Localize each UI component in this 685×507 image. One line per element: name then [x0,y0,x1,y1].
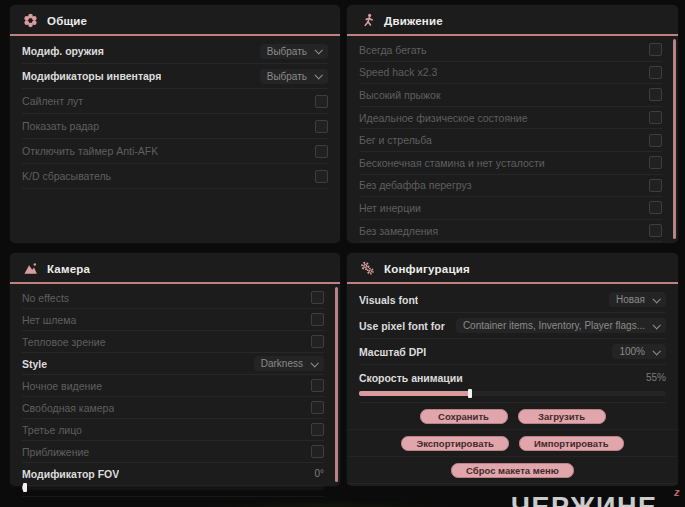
dropdown[interactable]: Выбрать [260,44,328,59]
scrollbar[interactable] [335,287,338,482]
row-line: Нет шлема [22,309,324,330]
settings-row: Ночное видение [22,375,324,397]
checkbox[interactable] [311,313,324,326]
checkbox[interactable] [311,335,324,348]
mountain-icon [23,261,38,276]
action-button[interactable]: Загрузить [518,409,606,424]
settings-row: Нет инерции [359,197,662,220]
row-line: Третье лицо [22,419,324,440]
row-label: Отключить таймер Anti-AFK [22,145,158,157]
row-line: Модификаторы инвентаряВыбрать [22,64,328,88]
checkbox[interactable] [315,95,328,108]
settings-row: Масштаб DPI100% [359,339,666,365]
dropdown[interactable]: Darkness [254,356,324,371]
action-button[interactable]: Сброс макета меню [451,463,574,478]
action-button[interactable]: Экспортировать [401,436,508,451]
dropdown[interactable]: Выбрать [260,69,328,84]
settings-row: Бесконечная стамина и нет усталости [359,152,662,175]
panel-camera: Камера No effectsНет шлемаТепловое зрени… [10,253,340,486]
checkbox[interactable] [311,423,324,436]
checkbox[interactable] [311,445,324,458]
slider-handle[interactable] [468,389,472,398]
settings-row: Visuals fontНовая [359,287,666,313]
row-line: Высокий прыжок [359,84,662,106]
checkbox[interactable] [649,156,662,169]
dropdown-value: Container items, Inventory, Player flags… [463,320,645,331]
settings-row: Use pixel font forContainer items, Inven… [359,313,666,339]
row-label: Показать радар [22,120,99,132]
slider-track[interactable] [22,485,324,490]
row-label: Модификатор FOV [22,468,119,480]
row-line: Speed hack x2.3 [359,62,662,84]
row-line: StyleDarkness [22,353,324,374]
panel-general-header: Общие [10,5,340,36]
checkbox[interactable] [649,43,662,56]
panel-title: Конфигурация [384,263,470,275]
row-label: K/D сбрасыватель [22,170,111,182]
settings-row: Без замедления [359,220,662,243]
settings-row: Сайлент лут [22,89,328,114]
row-label: Use pixel font for [359,320,445,332]
panel-body: Модиф. оружияВыбратьМодификаторы инвента… [10,36,340,189]
row-label: Нет инерции [359,202,421,214]
settings-row: Модификаторы инвентаряВыбрать [22,64,328,89]
button-row: ЭкспортироватьИмпортировать [347,430,678,457]
checkbox[interactable] [311,379,324,392]
checkbox[interactable] [315,120,328,133]
row-label: Бег и стрельба [359,134,432,146]
panel-body: Visuals fontНоваяUse pixel font forConta… [347,284,678,484]
panel-config-header: Конфигурация [347,253,678,284]
chevron-down-icon [652,295,660,303]
row-label: Модиф. оружия [22,45,104,57]
action-button[interactable]: Сохранить [420,409,508,424]
checkbox[interactable] [649,201,662,214]
watermark-text: ЧЕРЖИНЕ [511,492,657,507]
dropdown[interactable]: Новая [609,292,666,307]
row-line: Модификатор FOV0° [22,463,324,484]
settings-row: Бег и стрельба [359,129,662,152]
row-line: Бег и стрельба [359,129,662,151]
panel-body: No effectsНет шлемаТепловое зрениеStyleD… [10,284,340,497]
settings-row: Высокий прыжок [359,84,662,107]
row-line: Без замедления [359,220,662,242]
panel-title: Общие [47,15,87,27]
panel-movement-header: Движение [347,5,678,36]
dropdown-value: Darkness [261,358,303,369]
row-line: Всегда бегать [359,39,662,61]
checkbox[interactable] [311,291,324,304]
checkbox[interactable] [649,134,662,147]
row-label: Без дебаффа перегруз [359,179,472,191]
dropdown-value: Выбрать [267,46,307,57]
settings-row: Приближение [22,441,324,463]
dropdown[interactable]: Container items, Inventory, Player flags… [456,318,666,333]
action-button[interactable]: Импортировать [519,436,624,451]
checkbox[interactable] [649,111,662,124]
slider-fill [359,391,470,396]
row-label: Ночное видение [22,380,102,392]
dropdown-value: Выбрать [267,71,307,82]
chevron-down-icon [652,321,660,329]
slider-track[interactable] [359,391,666,396]
row-label: Скорость анимации [359,372,463,384]
checkbox[interactable] [649,66,662,79]
row-line: Сайлент лут [22,89,328,113]
chevron-down-icon [314,46,322,54]
checkbox[interactable] [649,224,662,237]
row-label: Масштаб DPI [359,346,426,358]
checkbox[interactable] [311,401,324,414]
scrollbar[interactable] [673,39,676,239]
checkbox[interactable] [649,179,662,192]
row-line: Идеальное физическое состояние [359,107,662,129]
checkbox[interactable] [315,170,328,183]
checkbox[interactable] [649,88,662,101]
dropdown[interactable]: 100% [612,344,666,359]
row-line: Скорость анимации55% [359,365,666,390]
row-line: Свободная камера [22,397,324,418]
slider-handle[interactable] [23,483,27,492]
settings-row: Отключить таймер Anti-AFK [22,139,328,164]
row-label: Модификаторы инвентаря [22,70,161,82]
flower-icon [23,13,38,28]
cheat-menu-screen: Общие Модиф. оружияВыбратьМодификаторы и… [0,0,685,507]
checkbox[interactable] [315,145,328,158]
row-label: Visuals font [359,294,418,306]
